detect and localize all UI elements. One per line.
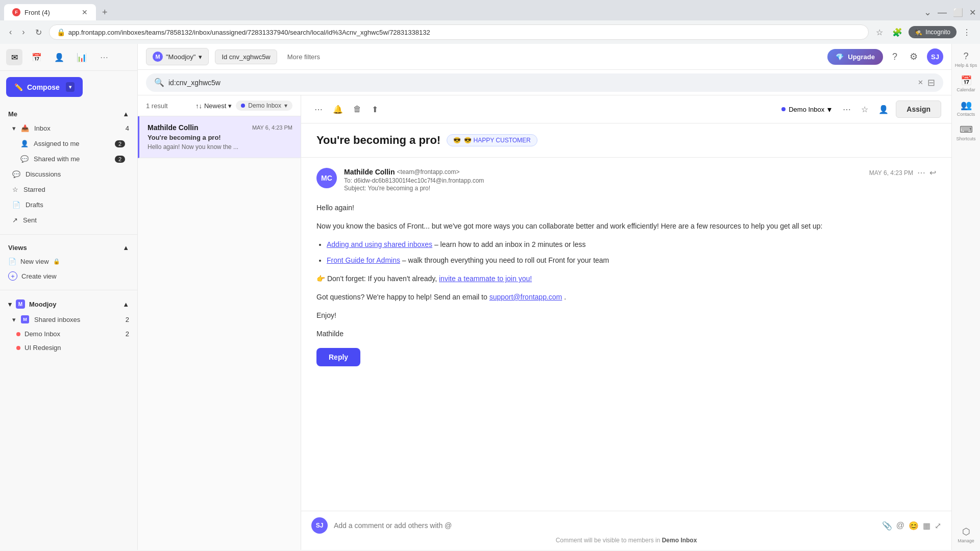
compose-button[interactable]: ✏️ Compose ▾ bbox=[6, 77, 83, 97]
sidebar-item-demo-inbox[interactable]: Demo Inbox 2 bbox=[0, 327, 137, 341]
views-section: Views ▲ 📄 New view 🔒 + Create view bbox=[0, 237, 137, 288]
app-contacts-icon[interactable]: 👤 bbox=[51, 49, 67, 65]
more-filters-btn[interactable]: More filters bbox=[283, 50, 324, 64]
upgrade-button[interactable]: 💎 Upgrade bbox=[827, 49, 883, 65]
inbox-filter-badge[interactable]: Demo Inbox ▾ bbox=[236, 101, 292, 111]
sort-button[interactable]: ↑↓ Newest ▾ bbox=[195, 102, 232, 110]
app-inbox-icon[interactable]: ✉ bbox=[6, 49, 22, 65]
forward-btn[interactable]: › bbox=[19, 26, 28, 39]
comment-input[interactable] bbox=[334, 521, 876, 530]
sidebar-item-create-view[interactable]: + Create view bbox=[0, 268, 137, 284]
menu-btn[interactable]: ⋮ bbox=[960, 26, 974, 39]
reply-button[interactable]: Reply bbox=[316, 348, 360, 366]
email-list-item[interactable]: Mathilde Collin MAY 6, 4:23 PM You're be… bbox=[138, 116, 301, 158]
close-btn[interactable]: ✕ bbox=[969, 8, 976, 17]
move-btn[interactable]: ⬆ bbox=[369, 102, 381, 117]
team-filter-label: "Moodjoy" bbox=[166, 53, 195, 61]
message-sender-name: Mathilde Collin bbox=[344, 168, 395, 176]
diamond-icon: 💎 bbox=[836, 53, 844, 61]
right-contacts-btn[interactable]: 👥 Contacts bbox=[955, 97, 977, 119]
me-header[interactable]: Me ▲ bbox=[0, 107, 137, 121]
template-btn[interactable]: ▦ bbox=[923, 521, 930, 531]
app-header: M "Moodjoy" ▾ Id cnv_xghwc5w More filter… bbox=[138, 44, 951, 70]
tab-close-btn[interactable]: ✕ bbox=[82, 8, 88, 16]
detail-more-btn[interactable]: ⋯ bbox=[840, 102, 854, 117]
minimize-btn[interactable]: — bbox=[938, 7, 947, 18]
mention-btn[interactable]: @ bbox=[896, 521, 904, 530]
address-bar[interactable]: 🔒 app.frontapp.com/inboxes/teams/7858132… bbox=[49, 24, 869, 40]
star-btn[interactable]: ☆ bbox=[858, 102, 871, 117]
more-options-btn[interactable]: ⋯ bbox=[311, 102, 326, 117]
help-tips-btn[interactable]: ? Help & tips bbox=[955, 48, 977, 70]
right-shortcuts-btn[interactable]: ⌨ Shortcuts bbox=[955, 121, 977, 144]
message-more-btn[interactable]: ⋯ bbox=[917, 168, 925, 178]
bookmark-btn[interactable]: ☆ bbox=[873, 26, 886, 39]
back-btn[interactable]: ‹ bbox=[6, 26, 15, 39]
right-calendar-btn[interactable]: 📅 Calendar bbox=[955, 72, 977, 95]
drafts-label: Drafts bbox=[26, 201, 43, 209]
message-subject-meta: Subject: You're becoming a pro! bbox=[344, 185, 862, 192]
app-calendar-icon[interactable]: 📅 bbox=[29, 49, 45, 65]
message-to: To: d6idw-dc6b813001f4ec10c7f4@in.fronta… bbox=[344, 177, 862, 184]
reminder-text: 👉 Don't forget: If you haven't already, bbox=[316, 274, 437, 283]
refresh-btn[interactable]: ↻ bbox=[32, 26, 45, 39]
assign-button[interactable]: Assign bbox=[896, 101, 941, 118]
user-avatar-button[interactable]: SJ bbox=[927, 48, 943, 65]
attachment-btn[interactable]: 📎 bbox=[882, 521, 892, 531]
demo-inbox-label: Demo Inbox bbox=[24, 330, 60, 338]
comment-footer: Comment will be visible to members in De… bbox=[311, 537, 941, 544]
email-subject: You're becoming a pro! bbox=[148, 134, 292, 141]
extension-btn[interactable]: 🧩 bbox=[889, 26, 905, 39]
sidebar-item-shared-with-me[interactable]: 💬 Shared with me 2 bbox=[4, 152, 133, 166]
comment-footer-text: Comment will be visible to members in bbox=[556, 537, 660, 544]
search-clear-btn[interactable]: ✕ bbox=[918, 79, 923, 86]
sort-chevron: ▾ bbox=[228, 102, 232, 110]
app-more-icon[interactable]: ⋯ bbox=[96, 49, 112, 65]
settings-button[interactable]: ⚙ bbox=[906, 48, 921, 65]
compose-dropdown-icon[interactable]: ▾ bbox=[66, 82, 75, 92]
expand-btn[interactable]: ⤢ bbox=[935, 521, 941, 531]
search-filter-btn[interactable]: ⊟ bbox=[927, 77, 935, 88]
questions-text: Got questions? We're happy to help! Send… bbox=[316, 293, 487, 301]
right-manage-btn[interactable]: ⬡ Manage bbox=[955, 523, 977, 546]
support-link[interactable]: support@frontapp.com bbox=[489, 293, 562, 301]
views-chevron-icon: ▲ bbox=[122, 244, 129, 252]
sidebar-item-sent[interactable]: ↗ Sent bbox=[4, 213, 133, 228]
reminder-link[interactable]: invite a teammate to join you! bbox=[439, 274, 532, 283]
bullet1-link[interactable]: Adding and using shared inboxes bbox=[327, 240, 432, 248]
new-tab-button[interactable]: + bbox=[98, 5, 112, 20]
sidebar-item-shared-inboxes[interactable]: ▾ M Shared inboxes 2 bbox=[0, 312, 137, 327]
main-content: M "Moodjoy" ▾ Id cnv_xghwc5w More filter… bbox=[138, 44, 951, 550]
help-button[interactable]: ? bbox=[889, 48, 900, 65]
right-shortcuts-label: Shortcuts bbox=[956, 136, 975, 141]
team-filter-chip[interactable]: M "Moodjoy" ▾ bbox=[146, 48, 209, 65]
emoji-btn[interactable]: 😊 bbox=[909, 521, 919, 531]
shared-inboxes-label: Shared inboxes bbox=[34, 316, 80, 323]
sidebar-item-starred[interactable]: ☆ Starred bbox=[4, 182, 133, 197]
snooze-btn[interactable]: 🔔 bbox=[330, 102, 346, 117]
sidebar-item-new-view[interactable]: 📄 New view 🔒 bbox=[0, 255, 137, 268]
browser-tab[interactable]: F Front (4) ✕ bbox=[4, 4, 96, 20]
assign-person-btn[interactable]: 👤 bbox=[875, 102, 892, 117]
views-header[interactable]: Views ▲ bbox=[0, 241, 137, 255]
comment-avatar: SJ bbox=[311, 517, 328, 534]
sidebar-item-drafts[interactable]: 📄 Drafts bbox=[4, 197, 133, 212]
right-contacts-label: Contacts bbox=[957, 112, 975, 117]
message-reply-btn[interactable]: ↩ bbox=[929, 168, 936, 178]
discussions-icon: 💬 bbox=[12, 170, 20, 178]
sidebar-item-discussions[interactable]: 💬 Discussions bbox=[4, 167, 133, 182]
restore-btn[interactable]: ⬜ bbox=[953, 8, 963, 17]
sidebar-item-ui-redesign[interactable]: UI Redesign bbox=[0, 341, 137, 355]
tab-overflow-btn[interactable]: ⌄ bbox=[924, 7, 932, 18]
bullet2-link[interactable]: Front Guide for Admins bbox=[327, 256, 400, 264]
enjoy-text: Enjoy! bbox=[316, 310, 936, 322]
sender-avatar: MC bbox=[316, 168, 337, 188]
demo-inbox-dot bbox=[16, 332, 20, 336]
sidebar-item-inbox[interactable]: ▾ 📥 Inbox 4 bbox=[0, 121, 137, 136]
search-container[interactable]: 🔍 id:cnv_xghwc5w ✕ ⊟ bbox=[146, 73, 943, 92]
sidebar-item-assigned-to-me[interactable]: 👤 Assigned to me 2 bbox=[4, 136, 133, 151]
moodjoy-header[interactable]: ▾ M Moodjoy ▲ bbox=[0, 296, 137, 312]
trash-btn[interactable]: 🗑 bbox=[350, 102, 364, 117]
id-filter-chip[interactable]: Id cnv_xghwc5w bbox=[215, 49, 277, 64]
app-analytics-icon[interactable]: 📊 bbox=[74, 49, 90, 65]
